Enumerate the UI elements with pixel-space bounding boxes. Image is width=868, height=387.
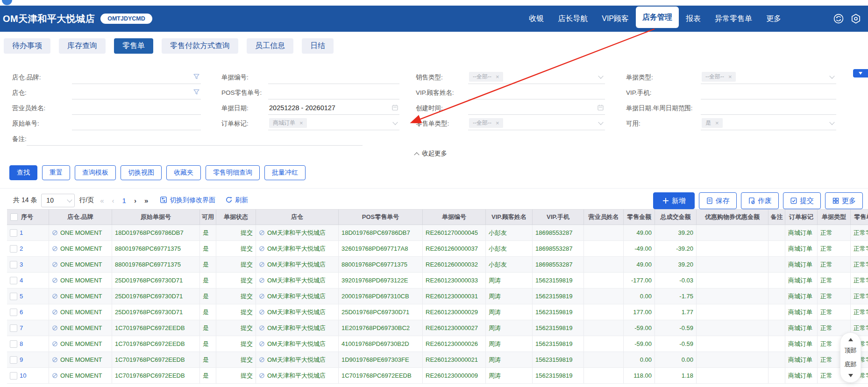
retail-detail-query-button[interactable]: 零售明细查询 [206, 165, 260, 180]
table-row[interactable]: 2ONE MOMENT880019768PC69771375是提交OM天津和平大… [7, 241, 868, 257]
row-number-link[interactable]: 9 [20, 356, 23, 363]
row-number-link[interactable]: 6 [20, 309, 23, 316]
link-icon[interactable] [52, 293, 58, 299]
more-button[interactable]: 更多 [825, 192, 863, 209]
favorites-button[interactable]: 收藏夹 [166, 165, 201, 180]
select-all-checkbox[interactable] [10, 213, 18, 221]
scroll-bottom-arrow-icon[interactable] [848, 374, 853, 377]
tab-2[interactable]: 库存查询 [59, 38, 106, 54]
row-checkbox[interactable] [10, 324, 17, 332]
usable-tag-close-icon[interactable]: × [715, 120, 719, 126]
doc-date-input[interactable]: 20251228 - 20260127 [268, 102, 399, 115]
query-template-button[interactable]: 查询模板 [75, 165, 116, 180]
nav-item-5[interactable]: 报表 [679, 6, 708, 32]
row-number-link[interactable]: 5 [20, 293, 23, 300]
order-tag-tag-close-icon[interactable]: × [299, 120, 303, 126]
row-checkbox[interactable] [10, 372, 17, 380]
row-number-link[interactable]: 7 [20, 324, 23, 331]
tab-1[interactable]: 待办事项 [4, 38, 50, 54]
doc-type-tag-close-icon[interactable]: × [728, 74, 732, 80]
table-row[interactable]: 10ONE MOMENT1C7019768PC6972EEDB是提交OM天津和平… [7, 368, 868, 384]
vip-phone-input[interactable] [701, 86, 836, 99]
nav-item-3[interactable]: VIP顾客 [595, 6, 636, 32]
scroll-top-arrow-icon[interactable] [848, 338, 853, 341]
table-row[interactable]: 5ONE MOMENT25D019768PC69730D71是提交OM天津和平大… [7, 288, 868, 304]
switch-view-button[interactable]: 切换视图 [121, 165, 162, 180]
link-icon[interactable] [52, 246, 58, 252]
sales-type-tag-close-icon[interactable]: × [496, 74, 499, 80]
row-checkbox[interactable] [10, 356, 17, 364]
doc-date-year-week-range-input[interactable] [701, 102, 836, 115]
row-number-link[interactable]: 4 [20, 277, 23, 284]
add-button[interactable]: 新增 [653, 192, 695, 209]
link-icon[interactable] [259, 325, 265, 331]
usable-input[interactable]: 是× [701, 117, 836, 130]
search-button[interactable]: 查找 [9, 165, 37, 180]
sales-type-input[interactable]: --全部--× [468, 71, 605, 84]
link-icon[interactable] [52, 277, 58, 283]
remark-input[interactable] [27, 133, 363, 146]
nav-item-4[interactable]: 店务管理 [636, 7, 679, 28]
link-icon[interactable] [52, 325, 58, 331]
nav-item-1[interactable]: 收银 [522, 6, 551, 32]
nav-item-7[interactable]: 更多 [759, 6, 788, 32]
table-row[interactable]: 4ONE MOMENT25D019768PC69730D71是提交OM天津和平大… [7, 273, 868, 288]
link-icon[interactable] [52, 357, 58, 363]
prev-page-button[interactable]: ‹ [110, 197, 116, 204]
scroll-top-button[interactable]: 顶部 [845, 346, 857, 355]
clerk-name-input[interactable] [72, 102, 201, 115]
table-row[interactable]: 3ONE MOMENT880019768PC69771375是提交OM天津和平大… [7, 257, 868, 273]
nav-item-2[interactable]: 店长导航 [551, 6, 595, 32]
row-number-link[interactable]: 3 [20, 261, 23, 268]
row-checkbox[interactable] [10, 340, 17, 348]
reset-button[interactable]: 重置 [42, 165, 70, 180]
tab-4[interactable]: 零售付款方式查询 [162, 38, 238, 54]
order-tag-input[interactable]: 商城订单× [268, 117, 399, 130]
store-brand-input[interactable] [72, 71, 201, 84]
chevron-down-icon[interactable] [829, 120, 834, 125]
chevron-down-icon[interactable] [598, 73, 603, 78]
link-icon[interactable] [52, 341, 58, 347]
void-button[interactable]: 作废 [741, 192, 779, 209]
scroll-bottom-button[interactable]: 底部 [845, 360, 857, 369]
doc-type-input[interactable]: --全部--× [701, 71, 836, 84]
vip-customer-name-input[interactable] [468, 86, 605, 99]
link-icon[interactable] [52, 261, 58, 267]
row-number-link[interactable]: 8 [20, 340, 23, 347]
retail-doc-type-tag-close-icon[interactable]: × [496, 120, 499, 126]
tab-5[interactable]: 员工信息 [247, 38, 293, 54]
chevron-down-icon[interactable] [829, 73, 834, 78]
link-icon[interactable] [259, 246, 265, 252]
row-checkbox[interactable] [10, 309, 17, 316]
link-icon[interactable] [259, 230, 265, 236]
page-size-select[interactable]: 10 [41, 194, 75, 207]
side-collapse-tab[interactable] [853, 69, 868, 77]
link-icon[interactable] [259, 373, 265, 379]
link-icon[interactable] [52, 230, 58, 236]
batch-reverse-button[interactable]: 批量冲红 [264, 165, 306, 180]
chevron-down-icon[interactable] [392, 120, 398, 125]
row-checkbox[interactable] [10, 261, 17, 268]
retail-doc-type-input[interactable]: --全部--× [468, 117, 605, 130]
collapse-more-toggle[interactable]: 收起更多 [415, 149, 447, 158]
row-checkbox[interactable] [10, 245, 17, 253]
row-number-link[interactable]: 1 [20, 229, 23, 236]
link-icon[interactable] [259, 309, 265, 315]
link-icon[interactable] [259, 341, 265, 347]
refresh-link[interactable]: 刷新 [225, 196, 248, 205]
link-icon[interactable] [259, 277, 265, 283]
doc-no-input[interactable] [268, 71, 399, 84]
sync-icon[interactable] [833, 13, 844, 24]
link-icon[interactable] [52, 309, 58, 315]
row-checkbox[interactable] [10, 293, 17, 300]
link-icon[interactable] [52, 373, 58, 379]
row-checkbox[interactable] [10, 229, 17, 237]
switch-edit-link[interactable]: 切换到修改界面 [160, 196, 215, 205]
table-row[interactable]: 6ONE MOMENT25D019768PC69730D71是提交OM天津和平大… [7, 304, 868, 320]
current-page[interactable]: 1 [121, 197, 128, 204]
table-row[interactable]: 8ONE MOMENT1C7019768PC6972EEDB是提交OM天津和平大… [7, 336, 868, 352]
next-page-button[interactable]: › [132, 197, 138, 204]
link-icon[interactable] [259, 357, 265, 363]
first-page-button[interactable]: « [98, 197, 106, 204]
row-number-link[interactable]: 2 [20, 245, 23, 252]
